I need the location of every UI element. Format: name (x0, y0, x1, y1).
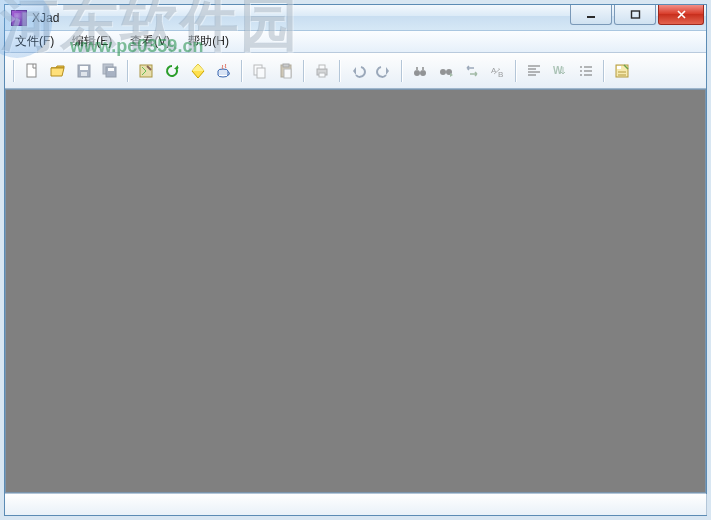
redo-icon (376, 63, 392, 79)
close-icon (676, 10, 687, 19)
open-folder-icon (50, 63, 66, 79)
window-title: XJad (32, 11, 59, 25)
word-wrap-icon: W (552, 63, 568, 79)
svg-rect-18 (319, 73, 325, 77)
replace-icon (464, 63, 480, 79)
status-cell-2 (114, 494, 204, 515)
svg-rect-5 (81, 72, 87, 76)
menu-help[interactable]: 帮助(H) (182, 31, 235, 52)
undo-icon (350, 63, 366, 79)
config-button[interactable] (134, 59, 158, 83)
replace-button[interactable] (460, 59, 484, 83)
maximize-button[interactable] (614, 5, 656, 25)
new-file-icon (24, 63, 40, 79)
save-button[interactable] (72, 59, 96, 83)
toolbar-separator (603, 60, 605, 82)
status-cell-3 (203, 494, 303, 515)
svg-point-23 (440, 69, 446, 75)
app-window: XJad 文件(F) 编辑(E) 查看(V) 帮助(H) (4, 4, 707, 516)
find-next-icon (438, 63, 454, 79)
binoculars-icon (412, 63, 428, 79)
svg-point-29 (580, 70, 582, 72)
mdi-client-area (5, 89, 706, 493)
goto-line-icon: AB (490, 63, 506, 79)
svg-text:B: B (498, 70, 503, 79)
java-cup-icon (216, 63, 232, 79)
window-controls (570, 5, 706, 25)
save-all-icon (102, 63, 118, 79)
find-button[interactable] (408, 59, 432, 83)
gear-hammer-icon (138, 63, 154, 79)
toolbar-separator (127, 60, 129, 82)
list-button[interactable] (574, 59, 598, 83)
refresh-button[interactable] (160, 59, 184, 83)
toolbar-separator (515, 60, 517, 82)
svg-rect-12 (257, 68, 265, 78)
print-icon (314, 63, 330, 79)
goto-button[interactable]: AB (486, 59, 510, 83)
redo-button[interactable] (372, 59, 396, 83)
svg-rect-32 (617, 66, 621, 69)
app-icon (11, 10, 27, 26)
svg-rect-14 (283, 64, 289, 67)
status-cell-5 (431, 494, 707, 515)
status-cell-4 (302, 494, 432, 515)
minimize-button[interactable] (570, 5, 612, 25)
toolbar-grip-icon (13, 60, 15, 82)
toolbar-separator (303, 60, 305, 82)
svg-rect-2 (27, 64, 36, 77)
paste-icon (278, 63, 294, 79)
svg-rect-17 (319, 65, 325, 69)
open-button[interactable] (46, 59, 70, 83)
svg-rect-15 (284, 69, 291, 78)
undo-button[interactable] (346, 59, 370, 83)
menu-file[interactable]: 文件(F) (9, 31, 60, 52)
list-icon (578, 63, 594, 79)
menu-view[interactable]: 查看(V) (124, 31, 176, 52)
maximize-icon (630, 10, 641, 19)
properties-icon (614, 63, 630, 79)
menubar: 文件(F) 编辑(E) 查看(V) 帮助(H) (5, 31, 706, 53)
toolbar-separator (339, 60, 341, 82)
paste-button[interactable] (274, 59, 298, 83)
options-button[interactable] (610, 59, 634, 83)
print-button[interactable] (310, 59, 334, 83)
toolbar-separator (241, 60, 243, 82)
java-button[interactable] (212, 59, 236, 83)
copy-icon (252, 63, 268, 79)
svg-rect-1 (631, 11, 639, 18)
save-all-button[interactable] (98, 59, 122, 83)
copy-button[interactable] (248, 59, 272, 83)
menu-edit[interactable]: 编辑(E) (66, 31, 118, 52)
new-button[interactable] (20, 59, 44, 83)
status-cell-1 (5, 494, 115, 515)
toolbar: AB W (5, 53, 706, 89)
titlebar: XJad (5, 5, 706, 31)
svg-point-30 (580, 74, 582, 76)
find-next-button[interactable] (434, 59, 458, 83)
align-left-icon (526, 63, 542, 79)
jar-diamond-icon (190, 63, 206, 79)
svg-rect-8 (108, 68, 114, 71)
minimize-icon (586, 10, 597, 19)
svg-point-28 (580, 66, 582, 68)
svg-rect-4 (80, 66, 88, 70)
close-button[interactable] (658, 5, 704, 25)
align-left-button[interactable] (522, 59, 546, 83)
svg-text:W: W (553, 65, 563, 76)
svg-rect-21 (416, 67, 418, 71)
save-icon (76, 63, 92, 79)
statusbar (5, 493, 706, 515)
toolbar-separator (401, 60, 403, 82)
svg-rect-0 (587, 16, 595, 18)
decompile-jar-button[interactable] (186, 59, 210, 83)
word-wrap-button[interactable]: W (548, 59, 572, 83)
svg-rect-22 (422, 67, 424, 71)
refresh-icon (164, 63, 180, 79)
